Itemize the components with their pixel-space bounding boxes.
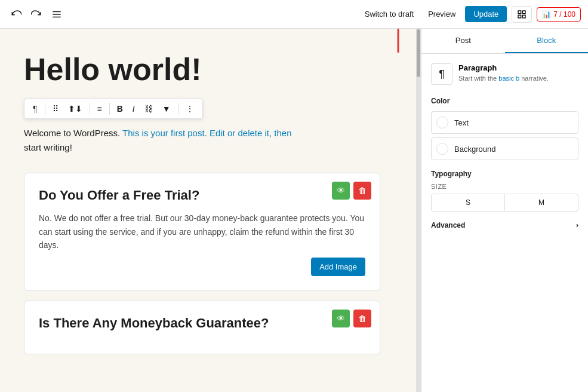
faq-question-1: Do You Offer a Free Trial? [39,188,365,203]
undo-button[interactable] [7,5,25,23]
color-section: Color Text Background [431,97,578,160]
sidebar-content: ¶ Paragraph Start with the basic b narra… [421,54,588,392]
main-layout: Hello world! ¶ ⠿ ⬆⬇ ≡ B I ⛓ ▼ ⋮ Welcome … [0,29,588,392]
toolbar-bold-button[interactable]: B [113,102,127,116]
trash-button-2[interactable]: 🗑 [353,310,371,327]
toolbar-divider-1 [45,103,45,115]
background-color-circle [436,143,448,155]
block-type-icon: ¶ [431,63,452,85]
update-button[interactable]: Update [465,6,507,22]
faq-block-1: 👁 🗑 Do You Offer a Free Trial? No. We do… [24,173,380,291]
word-count-badge: 📊 7 / 100 [537,7,581,22]
toolbar-options-button[interactable]: ⋮ [182,102,198,116]
eye-button-2[interactable]: 👁 [332,310,350,327]
right-sidebar: Post Block ¶ Paragraph Start with the ba… [421,29,588,392]
settings-toggle-button[interactable] [512,6,532,23]
word-count-icon: 📊 [542,10,551,19]
list-view-button[interactable] [48,5,66,23]
block-type-name: Paragraph [458,63,549,72]
editor-area: Hello world! ¶ ⠿ ⬆⬇ ≡ B I ⛓ ▼ ⋮ Welcome … [0,29,416,392]
preview-button[interactable]: Preview [423,6,460,22]
advanced-section: Advanced › [431,221,578,229]
advanced-label: Advanced [431,221,465,229]
tab-post[interactable]: Post [421,29,505,53]
tab-block[interactable]: Block [505,29,589,53]
block-type-description: Start with the basic b narrative. [458,74,549,83]
text-color-circle [436,117,448,128]
word-count-label: 7 / 100 [553,10,575,19]
size-label: SIZE [431,183,578,190]
trash-button-1[interactable]: 🗑 [353,182,371,200]
toolbar-more-button[interactable]: ▼ [159,102,174,116]
faq-block-2: 👁 🗑 Is There Any Moneyback Guarantee? [24,301,380,354]
toolbar-divider-3 [109,103,110,115]
toolbar-paragraph-icon[interactable]: ¶ [29,102,41,116]
faq-answer-1: No. We do not offer a free trial. But ou… [39,212,365,252]
toolbar-link-button[interactable]: ⛓ [141,102,156,116]
editor-scrollbar[interactable] [416,29,421,392]
switch-to-draft-button[interactable]: Switch to draft [360,6,418,22]
top-toolbar: Switch to draft Preview Update 📊 7 / 100 [0,0,588,29]
eye-button-1[interactable]: 👁 [332,182,350,200]
text-color-label: Text [454,118,469,127]
toolbar-right: Switch to draft Preview Update 📊 7 / 100 [360,6,581,23]
advanced-title[interactable]: Advanced › [431,221,578,229]
block-actions-2: 👁 🗑 [332,310,371,327]
size-medium-button[interactable]: M [505,194,578,211]
color-section-title: Color [431,97,578,105]
toolbar-align-button[interactable]: ≡ [94,102,106,116]
add-image-button[interactable]: Add Image [311,258,365,276]
post-content: Welcome to WordPress. This is your first… [24,126,380,155]
inline-toolbar: ¶ ⠿ ⬆⬇ ≡ B I ⛓ ▼ ⋮ [24,99,203,119]
advanced-chevron-icon: › [576,221,578,229]
text-color-option[interactable]: Text [431,111,578,134]
faq-question-2: Is There Any Moneyback Guarantee? [39,316,365,331]
redo-button[interactable] [27,5,45,23]
sidebar-tabs: Post Block [421,29,588,54]
toolbar-italic-button[interactable]: I [129,102,138,116]
toolbar-divider-2 [90,103,90,115]
size-small-button[interactable]: S [432,194,504,211]
toolbar-left [7,5,355,23]
svg-rect-3 [518,11,521,14]
toolbar-divider-4 [178,103,178,115]
typography-section: Typography SIZE S M [431,170,578,212]
block-actions-1: 👁 🗑 [332,182,371,200]
svg-rect-5 [523,15,526,18]
post-title: Hello world! [24,53,380,87]
typography-title: Typography [431,170,578,178]
svg-rect-4 [523,11,526,14]
content-highlight: This is your first post. Edit or delete … [122,128,291,138]
toolbar-drag-handle[interactable]: ⠿ [49,102,62,116]
block-type-info: Paragraph Start with the basic b narrati… [458,63,549,83]
block-type-header: ¶ Paragraph Start with the basic b narra… [431,63,578,85]
toolbar-move-arrows[interactable]: ⬆⬇ [64,102,86,116]
background-color-option[interactable]: Background [431,137,578,160]
svg-rect-6 [518,15,521,18]
scrollbar-thumb [417,29,420,77]
size-options: S M [431,194,578,212]
background-color-label: Background [454,145,495,154]
arrow-annotation [368,29,404,58]
